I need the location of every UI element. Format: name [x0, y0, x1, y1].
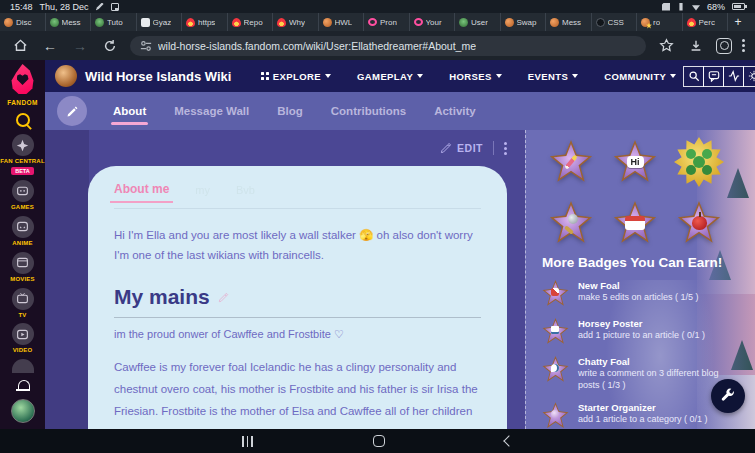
more-badges-list: New Foalmake 5 edits on articles ( 1/5 )…: [542, 280, 741, 429]
badge-apple[interactable]: [677, 201, 721, 245]
sidebar-item-more[interactable]: [12, 359, 34, 373]
forward-button[interactable]: →: [70, 36, 90, 56]
tab-blog[interactable]: Blog: [275, 95, 305, 127]
sidebar-item-anime[interactable]: [12, 216, 34, 238]
fandom-logo-icon[interactable]: [10, 64, 36, 94]
clover-icon: [693, 156, 705, 168]
browser-tab[interactable]: HWL: [319, 13, 365, 31]
browser-tab[interactable]: ro: [637, 13, 683, 31]
android-back-button[interactable]: [504, 435, 515, 446]
badge-list-item: New Foalmake 5 edits on articles ( 1/5 ): [542, 280, 741, 307]
badge-hi[interactable]: Hi: [613, 140, 657, 184]
wiki-search-button[interactable]: [683, 66, 704, 87]
nav-horses[interactable]: HORSES: [449, 71, 502, 82]
battery-percent: 68%: [707, 2, 725, 12]
recents-button[interactable]: [242, 436, 253, 447]
star-badge-icon: [542, 280, 569, 307]
status-bar: 15:48 Thu, 28 Dec 68%: [0, 0, 755, 13]
tab-favicon-icon: [687, 18, 696, 27]
date: Thu, 28 Dec: [40, 2, 89, 12]
browser-tab[interactable]: Perc: [683, 13, 729, 31]
theme-button[interactable]: [743, 66, 755, 87]
browser-menu-button[interactable]: [742, 39, 745, 52]
tab-favicon-icon: [505, 18, 514, 27]
fandom-sidebar: FANDOM FAN CENTRAL BETA GAMES ANIME MOVI…: [0, 60, 45, 429]
profile-menu-button[interactable]: [504, 142, 507, 155]
browser-tab[interactable]: Gyaz: [137, 13, 183, 31]
badge-nametag[interactable]: [613, 201, 657, 245]
tab-favicon-icon: [550, 18, 559, 27]
sim-icon: [662, 3, 670, 11]
chevron-down-icon: [670, 74, 676, 78]
site-settings-icon: [140, 40, 152, 52]
browser-tab[interactable]: Your: [410, 13, 456, 31]
explore-grid-icon: [261, 72, 268, 79]
search-icon[interactable]: [16, 113, 30, 127]
nav-explore[interactable]: EXPLORE: [261, 71, 331, 82]
url-bar[interactable]: wild-horse-islands.fandom.com/wiki/User:…: [130, 36, 646, 56]
tab-switcher-button[interactable]: [716, 38, 732, 54]
tab-activity[interactable]: Activity: [432, 95, 478, 127]
profile-edit-avatar-button[interactable]: [57, 96, 87, 126]
discussions-button[interactable]: [703, 66, 724, 87]
refresh-button[interactable]: [100, 36, 120, 56]
sidebar-item-video[interactable]: [12, 323, 34, 345]
browser-tab[interactable]: Disc: [0, 13, 46, 31]
sidebar-item-movies[interactable]: [12, 252, 34, 274]
nav-events[interactable]: EVENTS: [528, 71, 578, 82]
movies-icon: [16, 256, 29, 269]
new-tab-button[interactable]: +: [728, 13, 748, 31]
nav-community[interactable]: COMMUNITY: [604, 71, 676, 82]
faint-tab[interactable]: my: [195, 184, 210, 202]
wiki-title[interactable]: Wild Horse Islands Wiki: [85, 69, 231, 84]
section-edit-pencil-icon[interactable]: [218, 292, 229, 303]
browser-tab[interactable]: Tuto: [91, 13, 137, 31]
back-button[interactable]: ←: [40, 36, 60, 56]
sidebar-item-fan-central[interactable]: [12, 134, 34, 156]
tab-about[interactable]: About: [111, 95, 148, 127]
nav-gameplay[interactable]: GAMEPLAY: [357, 71, 423, 82]
browser-tab[interactable]: CSS: [592, 13, 638, 31]
sidebar-item-games[interactable]: [12, 180, 34, 202]
customize-fab-button[interactable]: [711, 379, 745, 413]
browser-tab[interactable]: Swap: [501, 13, 547, 31]
badge-lucky-clover[interactable]: [674, 137, 724, 187]
sidebar-item-tv[interactable]: [12, 288, 34, 310]
mains-heading: My mains: [114, 285, 481, 318]
stylus-icon: [96, 3, 104, 11]
faint-tab[interactable]: Bvb: [236, 184, 255, 202]
wiki-nav: EXPLORE GAMEPLAY HORSES EVENTS COMMUNITY: [261, 71, 676, 82]
browser-tab[interactable]: Mess: [546, 13, 592, 31]
badge-microphone[interactable]: [549, 201, 593, 245]
tab-contributions[interactable]: Contributions: [329, 95, 408, 127]
sidebar-item-label: TV: [18, 312, 26, 319]
sidebar-item-label: GAMES: [11, 204, 34, 211]
wiki-logo[interactable]: [55, 65, 77, 87]
browser-tab[interactable]: Mess: [46, 13, 92, 31]
browser-tab[interactable]: Pron: [364, 13, 410, 31]
browser-tab[interactable]: Why: [273, 13, 319, 31]
badge-eraser[interactable]: [549, 140, 593, 184]
browser-tab[interactable]: Repo: [228, 13, 274, 31]
bookmark-button[interactable]: [656, 36, 676, 56]
download-button[interactable]: [686, 36, 706, 56]
about-me-tab[interactable]: About me: [114, 182, 169, 202]
url-text: wild-horse-islands.fandom.com/wiki/User:…: [158, 40, 476, 52]
activity-button[interactable]: [723, 66, 744, 87]
edit-button[interactable]: EDIT: [440, 142, 483, 154]
chevron-down-icon: [417, 74, 423, 78]
home-button[interactable]: [10, 36, 30, 56]
wifi-icon: [692, 3, 700, 11]
android-home-button[interactable]: [373, 435, 385, 447]
browser-tab[interactable]: https: [182, 13, 228, 31]
tab-favicon-icon: [368, 18, 377, 26]
tab-message-wall[interactable]: Message Wall: [172, 95, 251, 127]
star-badge-icon: [542, 356, 569, 383]
user-avatar[interactable]: [11, 399, 35, 423]
browser-tab[interactable]: User: [455, 13, 501, 31]
page: FANDOM FAN CENTRAL BETA GAMES ANIME MOVI…: [0, 60, 755, 429]
tab-favicon-icon: [596, 18, 605, 27]
profile-tab-bar: About Message Wall Blog Contributions Ac…: [45, 92, 755, 130]
wrench-icon: [720, 388, 736, 404]
notifications-bell-icon[interactable]: [16, 380, 30, 394]
